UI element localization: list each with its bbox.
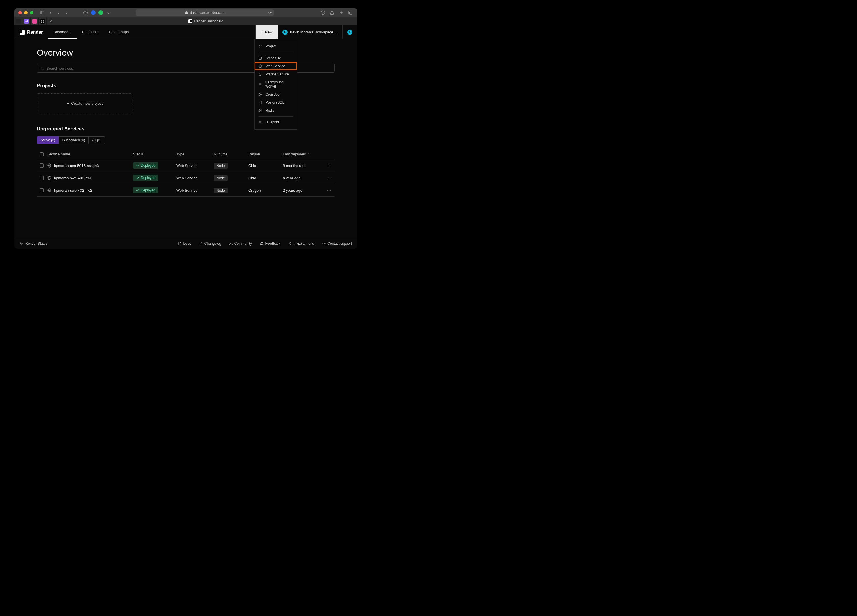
runtime-badge: Node <box>213 163 228 169</box>
globe-icon <box>258 65 263 68</box>
filter-active[interactable]: Active (3) <box>37 136 59 144</box>
back-button[interactable] <box>56 10 61 15</box>
nav-env-groups[interactable]: Env Groups <box>104 25 134 39</box>
globe-icon <box>47 188 51 192</box>
dd-background-worker[interactable]: Background Worker <box>255 78 297 90</box>
row-checkbox[interactable] <box>40 176 44 180</box>
row-menu-button[interactable]: ⋯ <box>323 188 335 193</box>
community-link[interactable]: Community <box>229 241 252 245</box>
filter-all[interactable]: All (3) <box>88 136 105 144</box>
extension-1-icon[interactable] <box>91 10 96 15</box>
downloads-icon[interactable] <box>320 10 325 15</box>
services-table: Service name Status Type Runtime Region … <box>37 149 335 197</box>
select-all-checkbox[interactable] <box>40 152 44 156</box>
service-link[interactable]: kpmoran-swe-432-hw3 <box>54 176 92 180</box>
address-bar[interactable]: dashboard.render.com ⟳ <box>136 9 274 16</box>
svg-rect-12 <box>259 57 262 60</box>
favicon-tab-3[interactable] <box>31 17 39 25</box>
check-icon <box>136 188 139 192</box>
new-button[interactable]: + New <box>255 25 278 39</box>
file-icon <box>178 242 181 245</box>
col-last-deployed[interactable]: Last deployed↑ <box>283 152 323 156</box>
contact-link[interactable]: Contact support <box>322 241 352 245</box>
changelog-link[interactable]: Changelog <box>199 241 221 245</box>
dd-cron-job[interactable]: Cron Job <box>255 90 297 99</box>
clock-icon <box>258 93 263 96</box>
tab-strip: ed × Render Dashboard <box>14 17 357 25</box>
new-dropdown-menu: Project Static Site Web Service Private … <box>254 39 297 130</box>
col-region: Region <box>248 152 283 156</box>
changelog-icon <box>199 242 203 245</box>
lock-icon <box>185 11 188 14</box>
dd-static-site[interactable]: Static Site <box>255 54 297 62</box>
check-icon <box>136 164 139 167</box>
deployed-cell: 2 years ago <box>283 188 323 193</box>
dd-redis[interactable]: Redis <box>255 107 297 114</box>
main-nav: Dashboard Blueprints Env Groups <box>48 25 134 39</box>
cloud-icon[interactable] <box>83 10 88 15</box>
check-icon <box>136 176 139 180</box>
chevron-down-icon[interactable]: ▾ <box>48 11 53 14</box>
filter-pills: Active (3) Suspended (0) All (3) <box>37 136 335 144</box>
project-icon <box>258 45 263 48</box>
docs-link[interactable]: Docs <box>178 241 191 245</box>
region-cell: Ohio <box>248 164 283 168</box>
logo-text: Render <box>27 30 43 35</box>
workspace-avatar: K <box>283 30 288 35</box>
dd-postgresql[interactable]: PostgreSQL <box>255 99 297 107</box>
sort-asc-icon: ↑ <box>308 152 310 156</box>
favicon-tab-2[interactable]: ed <box>22 17 31 25</box>
create-project-button[interactable]: + Create new project <box>37 93 133 113</box>
browser-window: ▾ Aa dashboard.render.com ⟳ ed <box>14 8 357 249</box>
favicon-tab-1[interactable] <box>14 17 22 25</box>
share-icon[interactable] <box>329 10 335 15</box>
user-avatar-button[interactable]: K <box>343 25 357 39</box>
col-runtime: Runtime <box>213 152 248 156</box>
nav-dashboard[interactable]: Dashboard <box>48 25 77 39</box>
service-link[interactable]: kpmoran-swe-432-hw2 <box>54 188 92 193</box>
table-row: kpmoran-swe-432-hw2 Deployed Web Service… <box>37 184 335 197</box>
feedback-link[interactable]: Feedback <box>260 241 280 245</box>
row-checkbox[interactable] <box>40 164 44 168</box>
invite-link[interactable]: Invite a friend <box>288 241 314 245</box>
dd-private-service[interactable]: Private Service <box>255 70 297 78</box>
dd-web-service[interactable]: Web Service <box>255 62 297 70</box>
url-text: dashboard.render.com <box>190 11 224 15</box>
minimize-window-button[interactable] <box>24 11 28 14</box>
activity-icon <box>20 242 23 245</box>
row-menu-button[interactable]: ⋯ <box>323 176 335 180</box>
close-window-button[interactable] <box>19 11 22 14</box>
service-link[interactable]: kpmoran-cen-5016-assgn3 <box>54 164 99 168</box>
reload-button[interactable]: ⟳ <box>268 11 272 15</box>
help-icon <box>322 242 326 245</box>
plus-icon: + <box>261 30 263 34</box>
extension-2-icon[interactable] <box>99 10 103 15</box>
sidebar-icon[interactable] <box>40 10 45 15</box>
filter-suspended[interactable]: Suspended (0) <box>59 136 89 144</box>
maximize-window-button[interactable] <box>30 11 33 14</box>
type-cell: Web Service <box>176 164 213 168</box>
active-tab[interactable]: Render Dashboard <box>55 19 357 23</box>
nav-blueprints[interactable]: Blueprints <box>77 25 104 39</box>
layers-icon <box>258 109 263 112</box>
logo[interactable]: Render <box>14 30 48 35</box>
tab-close-button[interactable]: × <box>46 19 55 23</box>
runtime-badge: Node <box>213 188 228 193</box>
text-size-icon[interactable]: Aa <box>106 11 111 14</box>
separator <box>258 52 293 52</box>
tabs-icon[interactable] <box>348 10 353 15</box>
new-tab-icon[interactable] <box>339 10 344 15</box>
type-cell: Web Service <box>176 176 213 180</box>
forward-button[interactable] <box>64 10 69 15</box>
render-status-link[interactable]: Render Status <box>20 241 48 245</box>
svg-marker-22 <box>259 109 262 111</box>
row-menu-button[interactable]: ⋯ <box>323 164 335 168</box>
row-checkbox[interactable] <box>40 188 44 192</box>
dd-blueprint[interactable]: Blueprint <box>255 118 297 127</box>
dd-project[interactable]: Project <box>255 42 297 50</box>
favicon-tab-4[interactable] <box>39 17 46 25</box>
workspace-selector[interactable]: K Kevin Moran's Workspace ⌄ <box>278 25 343 39</box>
main-content: Overview Projects + Create new project U… <box>14 39 357 238</box>
svg-point-36 <box>230 242 231 243</box>
static-site-icon <box>258 56 263 60</box>
